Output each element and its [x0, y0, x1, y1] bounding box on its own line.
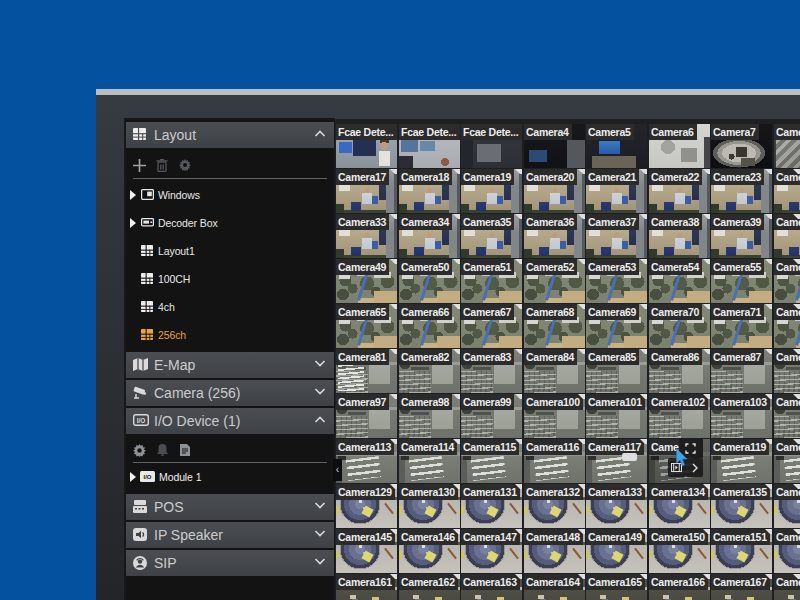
svg-text:I/O: I/O: [143, 474, 151, 480]
svg-text:I/O: I/O: [137, 417, 146, 424]
